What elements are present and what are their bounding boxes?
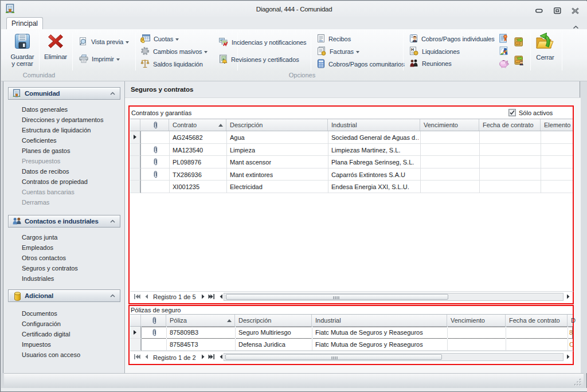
svg-text:H: H	[411, 48, 414, 52]
